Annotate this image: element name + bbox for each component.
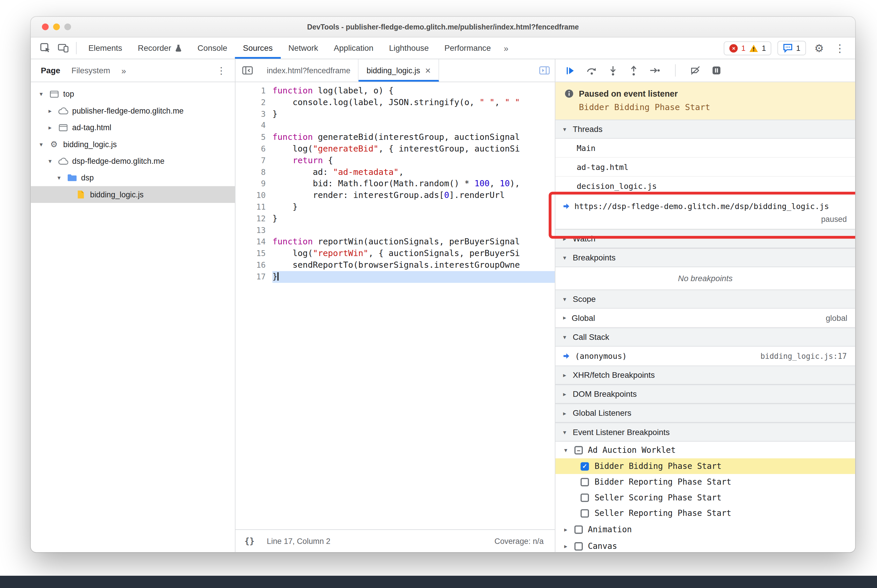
triangle-down-icon[interactable]: ▾ — [38, 141, 45, 148]
step-into-button[interactable] — [608, 65, 618, 76]
line-number[interactable]: 12 — [235, 213, 272, 225]
checkbox-unchecked-icon[interactable] — [581, 494, 589, 502]
call-stack-frame[interactable]: (anonymous)bidding_logic.js:17 — [555, 346, 855, 366]
line-number[interactable]: 13 — [235, 225, 272, 236]
line-number[interactable]: 5 — [235, 131, 272, 143]
editor-tab-bidding-logic-js[interactable]: bidding_logic.js× — [359, 59, 439, 82]
section-header-dom-breakpoints[interactable]: ▸DOM Breakpoints — [555, 384, 855, 404]
checkbox-unchecked-icon[interactable] — [574, 542, 583, 550]
tree-item-ad-tag-html[interactable]: ▸ad-tag.html — [31, 119, 235, 136]
section-header-scope[interactable]: ▾Scope — [555, 290, 855, 309]
elb-item-seller-reporting-phase-start[interactable]: Seller Reporting Phase Start — [555, 506, 855, 521]
line-number[interactable]: 8 — [235, 166, 272, 178]
checkbox-unchecked-icon[interactable] — [581, 509, 589, 518]
triangle-right-icon[interactable]: ▸ — [561, 314, 568, 321]
step-over-button[interactable] — [586, 65, 597, 75]
step-out-button[interactable] — [629, 65, 639, 76]
triangle-right-icon[interactable]: ▸ — [562, 526, 569, 533]
panel-tab-sources[interactable]: Sources — [235, 38, 280, 58]
section-header-call-stack[interactable]: ▾Call Stack — [555, 328, 855, 346]
panel-tab-network[interactable]: Network — [280, 38, 326, 58]
gear-icon: ⚙ — [48, 139, 60, 149]
thread-item-paused[interactable]: https://dsp-fledge-demo.glitch.me/dsp/bi… — [555, 196, 855, 229]
step-button[interactable] — [650, 65, 660, 75]
close-tab-icon[interactable]: × — [425, 66, 430, 75]
line-number[interactable]: 3 — [235, 108, 272, 120]
panel-tab-performance[interactable]: Performance — [436, 38, 499, 58]
settings-gear-icon[interactable]: ⚙ — [812, 42, 826, 55]
section-header-event-listener-breakpoints[interactable]: ▾Event Listener Breakpoints — [555, 423, 855, 441]
line-number[interactable]: 10 — [235, 189, 272, 201]
section-header-watch[interactable]: ▸Watch — [555, 229, 855, 248]
triangle-right-icon[interactable]: ▸ — [47, 107, 54, 114]
navigator-tab-filesystem[interactable]: Filesystem — [71, 66, 110, 75]
panel-tab-recorder[interactable]: Recorder — [130, 38, 190, 58]
line-number[interactable]: 4 — [235, 120, 272, 131]
code-editor[interactable]: 1function log(label, o) {2 console.log(l… — [235, 82, 555, 530]
thread-item-decision-logic-js[interactable]: decision_logic.js — [555, 177, 855, 196]
elb-item-bidder-bidding-phase-start[interactable]: ✓Bidder Bidding Phase Start — [555, 458, 855, 474]
elb-item-bidder-reporting-phase-start[interactable]: Bidder Reporting Phase Start — [555, 474, 855, 490]
tree-item-bidding-logic-js[interactable]: bidding_logic.js — [31, 186, 235, 203]
elb-group-animation[interactable]: ▸Animation — [555, 521, 855, 537]
tree-item-bidding-logic-js[interactable]: ▾⚙bidding_logic.js — [31, 136, 235, 152]
checkbox-checked-icon[interactable]: ✓ — [581, 462, 589, 470]
navigator-toggle-icon[interactable] — [235, 59, 259, 82]
line-number[interactable]: 15 — [235, 248, 272, 259]
line-number[interactable]: 9 — [235, 178, 272, 190]
resume-button[interactable] — [565, 65, 576, 76]
line-number[interactable]: 2 — [235, 97, 272, 108]
issues-badge[interactable]: 1 — [778, 41, 806, 56]
line-number[interactable]: 14 — [235, 236, 272, 248]
navigator-tab-page[interactable]: Page — [41, 66, 60, 75]
section-header-threads[interactable]: ▾Threads — [555, 120, 855, 139]
triangle-down-icon[interactable]: ▾ — [562, 446, 569, 454]
panel-tab-lighthouse[interactable]: Lighthouse — [381, 38, 436, 58]
triangle-down-icon[interactable]: ▾ — [56, 174, 63, 181]
checkbox-unchecked-icon[interactable] — [581, 478, 589, 486]
tree-item-dsp[interactable]: ▾dsp — [31, 170, 235, 186]
checkbox-unchecked-icon[interactable] — [574, 525, 583, 534]
inspect-element-icon[interactable] — [36, 39, 54, 57]
kebab-menu-icon[interactable]: ⋮ — [832, 42, 847, 55]
line-number[interactable]: 7 — [235, 155, 272, 166]
debugger-toggle-icon[interactable] — [539, 59, 555, 82]
editor-tab-index-html-fencedframe[interactable]: index.html?fencedframe — [259, 59, 359, 82]
minimize-button[interactable] — [53, 23, 60, 30]
section-header-global-listeners[interactable]: ▸Global Listeners — [555, 404, 855, 423]
line-number[interactable]: 11 — [235, 201, 272, 213]
tree-item-publisher-fledge-demo-glitch-me[interactable]: ▸publisher-fledge-demo.glitch.me — [31, 102, 235, 119]
thread-item-main[interactable]: Main — [555, 139, 855, 158]
deactivate-breakpoints-button[interactable] — [690, 65, 701, 75]
navigator-kebab-icon[interactable]: ⋮ — [217, 64, 230, 76]
triangle-right-icon[interactable]: ▸ — [47, 124, 54, 131]
tree-item-top[interactable]: ▾top — [31, 86, 235, 102]
line-number[interactable]: 1 — [235, 85, 272, 97]
elb-group-ad-auction-worklet[interactable]: ▾–Ad Auction Worklet — [555, 441, 855, 458]
zoom-button[interactable] — [64, 23, 71, 30]
triangle-down-icon[interactable]: ▾ — [38, 90, 45, 98]
panel-tab-console[interactable]: Console — [190, 38, 235, 58]
tree-item-dsp-fledge-demo-glitch-me[interactable]: ▾dsp-fledge-demo.glitch.me — [31, 153, 235, 170]
close-button[interactable] — [42, 23, 49, 30]
device-toolbar-icon[interactable] — [54, 39, 72, 57]
errors-warnings-badge[interactable]: × 1 1 — [724, 41, 772, 55]
line-number[interactable]: 6 — [235, 143, 272, 155]
triangle-right-icon[interactable]: ▸ — [562, 543, 569, 550]
section-header-xhr-fetch-breakpoints[interactable]: ▸XHR/fetch Breakpoints — [555, 366, 855, 384]
pause-on-exceptions-button[interactable] — [712, 65, 721, 75]
scope-row-global[interactable]: ▸Globalglobal — [555, 309, 855, 328]
checkbox-indeterminate-icon[interactable]: – — [574, 446, 583, 454]
panel-tab-elements[interactable]: Elements — [81, 38, 130, 58]
elb-item-seller-scoring-phase-start[interactable]: Seller Scoring Phase Start — [555, 490, 855, 506]
pretty-print-icon[interactable]: {} — [245, 536, 255, 546]
thread-item-ad-tag-html[interactable]: ad-tag.html — [555, 158, 855, 177]
triangle-down-icon[interactable]: ▾ — [47, 158, 54, 165]
line-number[interactable]: 17 — [235, 271, 272, 283]
more-panels-icon[interactable]: » — [499, 43, 513, 53]
panel-tab-application[interactable]: Application — [326, 38, 381, 58]
more-navigator-tabs-icon[interactable]: » — [121, 66, 126, 75]
elb-group-canvas[interactable]: ▸Canvas — [555, 538, 855, 552]
section-header-breakpoints[interactable]: ▾Breakpoints — [555, 248, 855, 267]
line-number[interactable]: 16 — [235, 259, 272, 271]
